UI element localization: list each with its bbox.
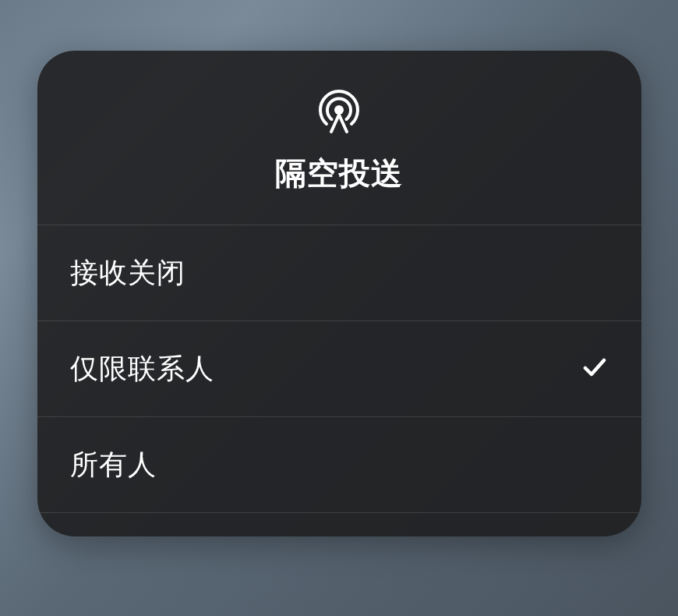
option-contacts-only[interactable]: 仅限联系人 xyxy=(37,321,641,417)
option-everyone[interactable]: 所有人 xyxy=(37,417,641,513)
options-list: 接收关闭 仅限联系人 所有人 xyxy=(37,225,641,513)
checkmark-icon xyxy=(581,353,609,384)
option-label: 所有人 xyxy=(70,446,157,484)
option-label: 仅限联系人 xyxy=(70,350,214,388)
airdrop-panel: 隔空投送 接收关闭 仅限联系人 所有人 xyxy=(37,51,641,536)
option-label: 接收关闭 xyxy=(70,254,185,292)
panel-header: 隔空投送 xyxy=(37,51,641,225)
panel-spacer xyxy=(37,513,641,536)
panel-title: 隔空投送 xyxy=(275,152,403,195)
airdrop-icon xyxy=(314,85,364,138)
option-receiving-off[interactable]: 接收关闭 xyxy=(37,225,641,321)
